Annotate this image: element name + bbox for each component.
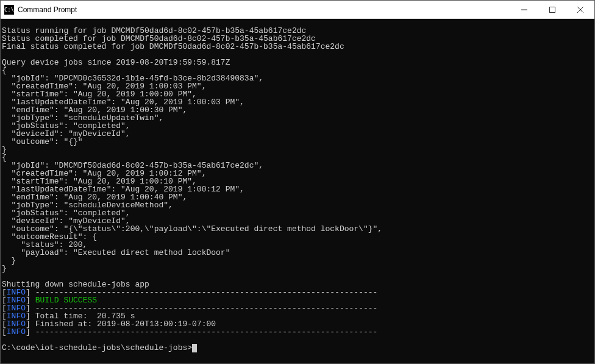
titlebar[interactable]: C:\ Command Prompt [1,1,594,19]
minimize-button[interactable] [510,1,538,18]
bracket: ] [26,327,30,337]
window-controls [510,1,594,18]
maximize-icon [549,7,555,13]
minimize-icon [521,7,527,13]
svg-rect-1 [550,7,555,12]
command-prompt-window: C:\ Command Prompt Status running for jo… [0,0,595,364]
dash-separator: ----------------------------------------… [30,327,378,337]
status-line: Final status completed for job DMCMDf50d… [2,42,344,51]
command-prompt: C:\code\iot-schedule-jobs\schedule-jobs> [2,343,192,352]
json-brace: } [2,264,7,273]
close-button[interactable] [566,1,594,18]
window-title: Command Prompt [18,5,510,14]
bracket: [ [2,327,7,337]
cursor [192,344,197,352]
json-field: "outcome": "{}" [2,137,83,146]
close-icon [577,7,583,13]
info-tag: INFO [7,327,26,337]
json-field: "payload": "Executed direct method lockD… [2,248,230,257]
maximize-button[interactable] [538,1,566,18]
terminal-output[interactable]: Status running for job DMCMDf50dad6d-8c0… [1,19,594,363]
cmd-icon: C:\ [4,5,14,15]
query-line: Query device jobs since 2019-08-20T19:59… [2,58,230,67]
